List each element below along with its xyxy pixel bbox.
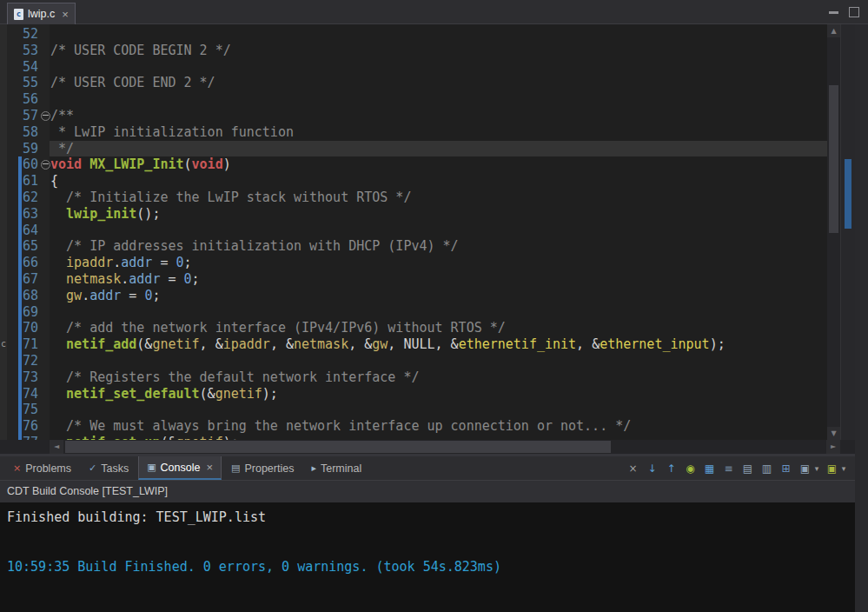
code-line-75[interactable]	[50, 402, 827, 418]
code-token-comment: /* We must always bring the network inte…	[50, 418, 631, 434]
scroll-lock-icon[interactable]: ▥	[759, 461, 774, 476]
code-line-71[interactable]: netif_add(&gnetif, &ipaddr, &netmask, &g…	[50, 336, 827, 353]
code-line-74[interactable]: netif_set_default(&gnetif);	[50, 386, 827, 402]
editor-tab-lwip-c[interactable]: c lwip.c ×	[7, 3, 76, 24]
code-line-61[interactable]: {	[50, 173, 827, 190]
view-tab-label: Console	[161, 462, 201, 474]
scroll-right-arrow-icon[interactable]: ►	[826, 440, 840, 454]
code-token-function: MX_LWIP_Init	[89, 156, 183, 172]
code-token-variable: netmask	[294, 336, 348, 352]
code-line-63[interactable]: lwip_init();	[50, 206, 827, 223]
code-token-plain	[50, 288, 66, 303]
horizontal-scrollbar[interactable]: ◄ ►	[50, 440, 840, 454]
code-token-comment: * LwIP initialization function	[50, 124, 294, 140]
horizontal-scrollbar-thumb[interactable]	[65, 441, 611, 453]
code-line-69[interactable]	[50, 304, 827, 321]
code-line-64[interactable]	[50, 223, 827, 239]
display-console-icon[interactable]: ▣	[798, 461, 812, 476]
code-token-plain: .	[113, 255, 121, 270]
close-console-icon[interactable]: ×	[626, 461, 640, 476]
line-number: 73	[0, 369, 40, 386]
word-wrap-icon[interactable]: ≡	[721, 461, 736, 476]
view-tab-label: Properties	[244, 462, 294, 475]
line-number: 63	[0, 206, 40, 223]
code-token-comment: /* Registers the default network interfa…	[50, 369, 419, 385]
code-line-72[interactable]	[50, 353, 827, 369]
code-token-number: 0	[184, 271, 192, 287]
code-token-plain	[82, 156, 89, 172]
console-line	[7, 542, 855, 559]
code-token-plain	[50, 386, 66, 402]
overview-change-marker[interactable]	[845, 159, 851, 229]
code-token-plain: (&	[136, 336, 152, 352]
code-token-plain: (&	[200, 386, 215, 402]
code-line-70[interactable]: /* add the network interface (IPv4/IPv6)…	[50, 320, 827, 336]
console-toolbar: ×↓↑◉▦≡▤▥⊞▣▾▣▾	[626, 456, 847, 480]
code-line-52[interactable]	[50, 26, 827, 43]
console-output[interactable]: Finished building: TEST_LWIP.list10:59:3…	[0, 502, 855, 612]
maximize-icon[interactable]	[849, 7, 859, 17]
right-trim	[855, 24, 868, 612]
console-line	[7, 526, 855, 542]
line-number: 69	[0, 304, 40, 321]
clear-console-icon[interactable]: ▤	[740, 461, 755, 476]
tab-close-icon[interactable]: ×	[62, 8, 69, 21]
scroll-to-end-icon[interactable]: ↓	[645, 461, 659, 476]
folding-ruler	[40, 24, 50, 440]
code-line-60[interactable]: void MX_LWIP_Init(void)	[50, 156, 827, 173]
open-console-chevron-icon[interactable]: ▾	[840, 461, 847, 476]
code-token-comment: /* add the network interface (IPv4/IPv6)…	[50, 320, 506, 336]
code-line-58[interactable]: * LwIP initialization function	[50, 124, 827, 141]
vertical-scrollbar[interactable]: ▲ ▼	[827, 24, 840, 440]
code-line-59[interactable]: */	[50, 141, 827, 157]
code-token-comment: /* IP addresses initialization with DHCP…	[50, 238, 459, 254]
code-token-field: addr	[89, 288, 121, 303]
code-line-55[interactable]: /* USER CODE END 2 */	[50, 75, 827, 91]
view-tab-label: Terminal	[321, 462, 361, 475]
code-line-68[interactable]: gw.addr = 0;	[50, 288, 827, 304]
code-line-54[interactable]	[50, 59, 827, 76]
code-line-66[interactable]: ipaddr.addr = 0;	[50, 255, 827, 271]
line-number: 70	[0, 320, 40, 336]
code-token-plain: =	[121, 288, 144, 303]
code-token-plain	[50, 336, 66, 352]
code-line-57[interactable]: /**	[50, 108, 827, 124]
vertical-scrollbar-thumb[interactable]	[829, 85, 838, 233]
code-area[interactable]: /* USER CODE BEGIN 2 *//* USER CODE END …	[50, 26, 827, 440]
code-line-65[interactable]: /* IP addresses initialization with DHCP…	[50, 238, 827, 255]
display-console-chevron-icon[interactable]: ▾	[813, 461, 820, 476]
line-number: 75	[0, 402, 40, 418]
code-line-76[interactable]: /* We must always bring the network inte…	[50, 418, 827, 435]
scroll-left-arrow-icon[interactable]: ◄	[50, 440, 63, 454]
scroll-down-arrow-icon[interactable]: ▼	[827, 427, 840, 440]
code-token-plain: ;	[184, 255, 192, 270]
code-editor[interactable]: c 52535455565758596061626364656667686970…	[0, 24, 855, 440]
code-token-plain	[50, 255, 66, 270]
show-on-stdout-icon[interactable]: ◉	[683, 461, 698, 476]
code-line-56[interactable]	[50, 91, 827, 108]
view-tab-properties[interactable]: ▤Properties	[223, 456, 301, 480]
code-line-67[interactable]: netmask.addr = 0;	[50, 271, 827, 288]
code-line-53[interactable]: /* USER CODE BEGIN 2 */	[50, 43, 827, 59]
view-tab-console[interactable]: ▣Console×	[138, 456, 222, 480]
view-tab-problems[interactable]: ×Problems	[5, 456, 79, 480]
code-line-62[interactable]: /* Initialize the LwIP stack without RTO…	[50, 190, 827, 206]
line-number: 59	[0, 141, 40, 157]
tasks-icon: ✓	[89, 463, 96, 473]
open-console-icon[interactable]: ▣	[825, 461, 839, 476]
properties-icon: ▤	[231, 463, 240, 473]
code-token-number: 0	[176, 255, 184, 270]
pin-console-icon[interactable]: ⊞	[779, 461, 793, 476]
tab-close-icon[interactable]: ×	[206, 461, 213, 474]
view-window-controls	[829, 7, 859, 17]
code-line-73[interactable]: /* Registers the default network interfa…	[50, 369, 827, 386]
code-token-variable: gw	[372, 336, 388, 352]
code-token-plain: ;	[192, 271, 200, 287]
code-token-field: addr	[121, 255, 152, 270]
scroll-to-top-icon[interactable]: ↑	[664, 461, 679, 476]
view-tab-terminal[interactable]: ▸Terminal	[303, 456, 369, 480]
view-tab-tasks[interactable]: ✓Tasks	[81, 456, 136, 480]
scroll-up-arrow-icon[interactable]: ▲	[827, 24, 840, 37]
minimize-icon[interactable]	[829, 11, 838, 14]
show-on-stderr-icon[interactable]: ▦	[702, 461, 717, 476]
